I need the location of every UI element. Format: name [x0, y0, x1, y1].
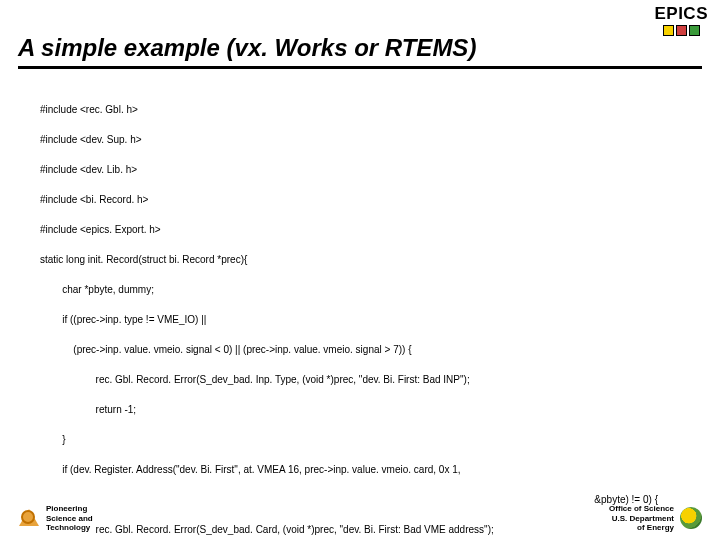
footer-right-line: Office of Science [609, 504, 674, 513]
code-line: } [40, 432, 680, 447]
footer-left-text: Pioneering Science and Technology [46, 504, 93, 532]
title-underline [18, 66, 702, 69]
code-line: #include <epics. Export. h> [40, 222, 680, 237]
code-line: (prec->inp. value. vmeio. signal < 0) ||… [40, 342, 680, 357]
footer-right-line: of Energy [609, 523, 674, 532]
footer-right-line: U.S. Department [609, 514, 674, 523]
footer-left-line: Pioneering [46, 504, 93, 513]
block-yellow [663, 25, 674, 36]
footer-left: Pioneering Science and Technology [18, 504, 93, 532]
code-line: char *pbyte, dummy; [40, 282, 680, 297]
doe-logo-icon [680, 507, 702, 529]
code-line: #include <dev. Sup. h> [40, 132, 680, 147]
argonne-logo-icon [18, 507, 40, 529]
block-red [676, 25, 687, 36]
block-green [689, 25, 700, 36]
slide-footer: Pioneering Science and Technology Office… [0, 504, 720, 532]
footer-right-text: Office of Science U.S. Department of Ene… [609, 504, 674, 532]
code-line: static long init. Record(struct bi. Reco… [40, 252, 680, 267]
footer-right: Office of Science U.S. Department of Ene… [609, 504, 702, 532]
code-line: #include <dev. Lib. h> [40, 162, 680, 177]
code-line: if (dev. Register. Address("dev. Bi. Fir… [40, 462, 680, 477]
code-line: rec. Gbl. Record. Error(S_dev_bad. Inp. … [40, 372, 680, 387]
epics-logo: EPICS [654, 4, 708, 36]
code-line: #include <bi. Record. h> [40, 192, 680, 207]
code-example: #include <rec. Gbl. h> #include <dev. Su… [0, 69, 720, 540]
epics-color-blocks [654, 25, 708, 36]
code-line: #include <rec. Gbl. h> [40, 102, 680, 117]
footer-left-line: Technology [46, 523, 93, 532]
epics-logo-text: EPICS [654, 4, 708, 24]
code-line: if ((prec->inp. type != VME_IO) || [40, 312, 680, 327]
footer-left-line: Science and [46, 514, 93, 523]
code-line: return -1; [40, 402, 680, 417]
slide-title: A simple example (vx. Works or RTEMS) [18, 34, 702, 62]
